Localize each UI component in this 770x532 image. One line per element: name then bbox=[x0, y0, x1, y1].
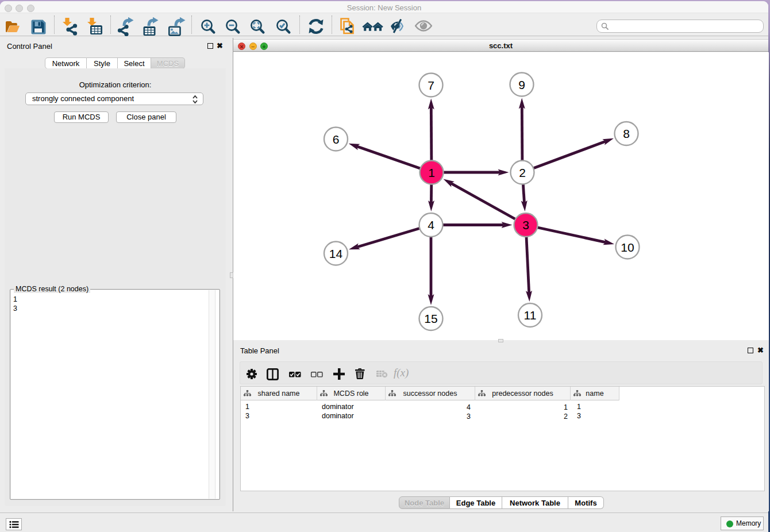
svg-text:2: 2 bbox=[519, 166, 526, 179]
svg-text:4: 4 bbox=[428, 218, 434, 232]
svg-text:9: 9 bbox=[518, 78, 525, 91]
svg-text:6: 6 bbox=[333, 133, 340, 146]
svg-text:3: 3 bbox=[522, 218, 529, 232]
svg-text:11: 11 bbox=[524, 309, 537, 322]
svg-text:15: 15 bbox=[424, 312, 437, 325]
svg-text:7: 7 bbox=[428, 79, 434, 92]
svg-text:1: 1 bbox=[428, 166, 435, 179]
svg-text:8: 8 bbox=[623, 127, 630, 140]
svg-text:10: 10 bbox=[621, 241, 634, 254]
svg-text:14: 14 bbox=[329, 247, 343, 260]
